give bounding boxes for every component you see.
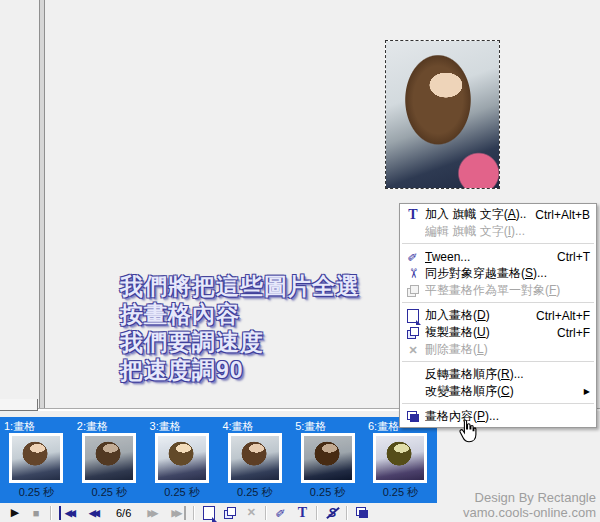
portrait-photo xyxy=(386,41,499,188)
play-icon[interactable] xyxy=(8,506,22,520)
menu-item-frame-properties[interactable]: 畫格內容(P)... xyxy=(400,408,596,425)
menu-item-change-frame-order[interactable]: 改變畫格順序(C) ▶ xyxy=(400,383,596,400)
add-frame-icon[interactable] xyxy=(202,506,216,520)
next-frame-icon: ▶▶ xyxy=(144,506,161,520)
frame-photo xyxy=(231,436,279,480)
add-frame-icon xyxy=(404,309,422,323)
duplicate-frame-icon xyxy=(404,326,422,340)
annotation-line: 把速度調90 xyxy=(120,356,360,384)
menu-separator xyxy=(402,302,594,304)
frame-properties-icon xyxy=(404,410,422,424)
banner-text-icon xyxy=(404,208,422,222)
selected-image[interactable] xyxy=(385,40,500,189)
menu-separator xyxy=(402,361,594,363)
toolbar-separator xyxy=(346,506,348,520)
frame-thumbnail-5[interactable]: 5:畫格 0.25 秒 xyxy=(291,417,364,503)
frame-photo xyxy=(376,436,424,480)
sync-objects-icon[interactable]: S xyxy=(325,506,339,520)
tween-icon[interactable] xyxy=(274,506,288,520)
previous-frame-icon[interactable]: ◀◀ xyxy=(86,506,103,520)
frame-thumbnail-3[interactable]: 3:畫格 0.25 秒 xyxy=(146,417,219,503)
menu-item-delete-frame: 刪除畫格(L) xyxy=(400,341,596,358)
frame-strip: 1:畫格 0.25 秒 2:畫格 0.25 秒 3:畫格 0.25 秒 4:畫格… xyxy=(0,417,437,503)
frame-photo xyxy=(304,436,352,480)
duplicate-frame-icon[interactable] xyxy=(223,506,237,520)
menu-separator xyxy=(402,243,594,245)
frame-thumbnail-4[interactable]: 4:畫格 0.25 秒 xyxy=(218,417,291,503)
sync-objects-icon xyxy=(404,267,422,281)
menu-item-add-banner-text[interactable]: 加入 旗幟 文字(A)... Ctrl+Alt+B xyxy=(400,206,596,223)
transport-bar: ◀◀ ◀◀ 6/6 ▶▶ ▶▶ S xyxy=(0,503,448,522)
frame-position: 6/6 xyxy=(110,507,137,519)
annotation-line: 我們要調速度 xyxy=(120,328,360,356)
stop-icon xyxy=(29,506,43,520)
frame-thumbnail-1[interactable]: 1:畫格 0.25 秒 xyxy=(0,417,73,503)
tween-icon xyxy=(404,250,422,264)
toolbar-separator xyxy=(50,506,52,520)
toolbar-separator xyxy=(265,506,267,520)
menu-item-reverse-frame-order[interactable]: 反轉畫格順序(R)... xyxy=(400,366,596,383)
toolbar-separator xyxy=(193,506,195,520)
banner-text-icon[interactable] xyxy=(295,506,309,520)
menu-separator xyxy=(402,403,594,405)
last-frame-icon: ▶▶ xyxy=(168,506,186,520)
menu-item-tween[interactable]: Tween... Ctrl+T xyxy=(400,248,596,265)
frame-thumbnail-2[interactable]: 2:畫格 0.25 秒 xyxy=(73,417,146,503)
panel-divider[interactable] xyxy=(39,0,45,409)
submenu-arrow-icon: ▶ xyxy=(584,387,590,396)
frame-photo xyxy=(158,436,206,480)
first-frame-icon[interactable]: ◀◀ xyxy=(59,506,79,520)
gif-animator-workspace: 我們將把這些圖片全選 按畫格內容 我們要調速度 把速度調90 加入 旗幟 文字(… xyxy=(0,0,600,522)
delete-frame-icon xyxy=(404,343,422,357)
panel-corner xyxy=(0,399,38,411)
frame-context-menu: 加入 旗幟 文字(A)... Ctrl+Alt+B 編輯 旗幟 文字(I)...… xyxy=(399,203,597,428)
menu-item-edit-banner-text: 編輯 旗幟 文字(I)... xyxy=(400,223,596,240)
delete-frame-icon xyxy=(244,506,258,520)
annotation-line: 我們將把這些圖片全選 xyxy=(120,272,360,300)
menu-item-duplicate-frame[interactable]: 複製畫格(U) Ctrl+F xyxy=(400,324,596,341)
frame-thumbnail-6[interactable]: 6:畫格 0.25 秒 xyxy=(364,417,437,503)
menu-item-add-frame[interactable]: 加入畫格(D) Ctrl+Alt+F xyxy=(400,307,596,324)
menu-item-flatten-frames: 平整畫格作為單一對象(F) xyxy=(400,282,596,299)
frame-photo xyxy=(85,436,133,480)
watermark: Design By Rectangle vamo.cools-online.co… xyxy=(463,490,596,520)
menu-item-sync-objects[interactable]: 同步對象穿越畫格(S)... xyxy=(400,265,596,282)
frame-photo xyxy=(12,436,60,480)
flatten-frames-icon xyxy=(404,284,422,298)
frame-properties-icon[interactable] xyxy=(355,506,369,520)
toolbar-separator xyxy=(316,506,318,520)
tutorial-annotation: 我們將把這些圖片全選 按畫格內容 我們要調速度 把速度調90 xyxy=(120,272,360,384)
annotation-line: 按畫格內容 xyxy=(120,300,360,328)
hand-cursor xyxy=(457,418,477,448)
